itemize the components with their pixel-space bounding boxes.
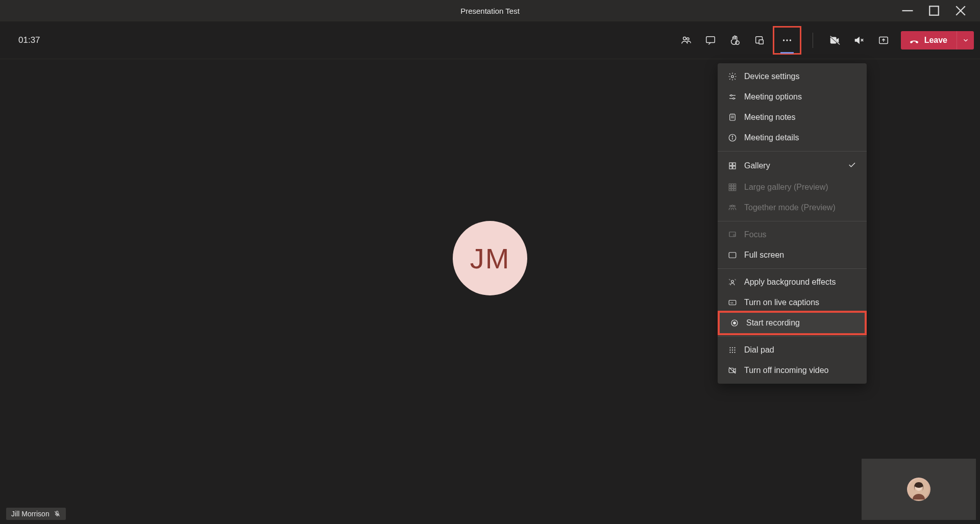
rooms-icon <box>754 35 765 46</box>
svg-point-62 <box>733 322 736 325</box>
menu-device-settings[interactable]: Device settings <box>718 66 867 87</box>
svg-point-55 <box>731 280 734 283</box>
menu-label: Meeting options <box>744 92 802 102</box>
mic-toggle-button[interactable] <box>847 28 871 53</box>
fullscreen-icon <box>728 251 737 260</box>
svg-rect-37 <box>733 163 736 165</box>
menu-turn-off-incoming-video[interactable]: Turn off incoming video <box>718 360 867 381</box>
svg-point-50 <box>732 205 733 207</box>
camera-toggle-button[interactable] <box>822 28 847 53</box>
close-button[interactable] <box>953 4 968 18</box>
reactions-button[interactable] <box>723 28 747 53</box>
menu-label: Start recording <box>746 318 800 328</box>
menu-dial-pad[interactable]: Dial pad <box>718 340 867 360</box>
leave-button-group: Leave <box>901 31 974 49</box>
svg-rect-6 <box>706 36 715 42</box>
incoming-video-off-icon <box>728 366 737 375</box>
together-icon <box>728 203 737 212</box>
chat-button[interactable] <box>698 28 723 53</box>
svg-point-71 <box>734 352 735 353</box>
svg-point-35 <box>732 136 733 137</box>
avatar-initials: JM <box>470 242 510 275</box>
svg-text:cc: cc <box>730 301 733 304</box>
svg-point-70 <box>732 352 733 353</box>
svg-point-67 <box>732 350 733 351</box>
self-view-thumbnail[interactable] <box>862 459 976 520</box>
svg-line-56 <box>729 279 730 280</box>
more-actions-button[interactable] <box>773 26 801 55</box>
menu-divider <box>718 151 867 152</box>
maximize-icon <box>927 4 941 18</box>
dialpad-icon <box>728 345 737 355</box>
menu-background-effects[interactable]: Apply background effects <box>718 272 867 292</box>
rooms-button[interactable] <box>747 28 772 53</box>
captions-icon: cc <box>728 298 737 307</box>
menu-label: Turn off incoming video <box>744 366 828 375</box>
menu-label: Dial pad <box>744 345 774 355</box>
active-indicator <box>780 52 794 54</box>
svg-point-69 <box>729 352 730 353</box>
menu-live-captions[interactable]: cc Turn on live captions <box>718 292 867 313</box>
leave-options-button[interactable] <box>957 31 974 49</box>
menu-label: Apply background effects <box>744 278 836 287</box>
menu-meeting-notes[interactable]: Meeting notes <box>718 107 867 128</box>
svg-rect-48 <box>734 189 736 191</box>
svg-rect-44 <box>731 186 733 188</box>
svg-point-65 <box>734 347 735 348</box>
svg-rect-9 <box>759 40 763 44</box>
minimize-icon <box>900 4 915 18</box>
menu-large-gallery: Large gallery (Preview) <box>718 177 867 197</box>
svg-point-51 <box>733 206 735 207</box>
menu-label: Large gallery (Preview) <box>744 183 828 192</box>
grid-icon <box>728 161 737 170</box>
window-title: Presentation Test <box>460 7 520 15</box>
window-controls <box>900 0 977 21</box>
menu-gallery[interactable]: Gallery <box>718 155 867 177</box>
participant-avatar: JM <box>453 221 527 295</box>
participant-name-tag: Jill Morrison <box>6 508 66 520</box>
menu-full-screen[interactable]: Full screen <box>718 245 867 265</box>
menu-label: Device settings <box>744 72 800 81</box>
notes-icon <box>728 113 737 122</box>
svg-point-66 <box>729 350 730 351</box>
svg-point-64 <box>732 347 733 348</box>
menu-label: Full screen <box>744 251 784 260</box>
menu-divider <box>718 268 867 269</box>
person-photo-icon <box>909 479 929 500</box>
toolbar-divider <box>813 33 813 48</box>
menu-start-recording[interactable]: Start recording <box>718 311 867 335</box>
background-icon <box>728 278 737 287</box>
svg-point-5 <box>687 37 689 40</box>
svg-point-68 <box>734 350 735 351</box>
check-icon <box>847 160 856 171</box>
minimize-button[interactable] <box>900 4 915 18</box>
menu-meeting-details[interactable]: Meeting details <box>718 128 867 148</box>
self-avatar <box>907 478 930 501</box>
svg-point-10 <box>783 39 785 41</box>
leave-button[interactable]: Leave <box>901 35 957 45</box>
share-button[interactable] <box>871 28 896 53</box>
participants-button[interactable] <box>674 28 698 53</box>
svg-rect-53 <box>733 234 736 236</box>
svg-line-57 <box>735 279 736 280</box>
record-icon <box>730 318 739 328</box>
menu-meeting-options[interactable]: Meeting options <box>718 87 867 107</box>
svg-rect-41 <box>731 184 733 186</box>
close-icon <box>953 4 968 18</box>
info-icon <box>728 133 737 142</box>
menu-focus: Focus <box>718 224 867 245</box>
svg-rect-47 <box>731 189 733 191</box>
grid-large-icon <box>728 183 737 192</box>
svg-rect-1 <box>929 6 939 15</box>
gear-icon <box>728 72 737 81</box>
svg-rect-42 <box>734 184 736 186</box>
sliders-icon <box>728 92 737 102</box>
svg-rect-54 <box>729 253 736 258</box>
more-actions-menu: Device settings Meeting options Meeting … <box>718 63 867 384</box>
svg-rect-39 <box>733 166 736 169</box>
maximize-button[interactable] <box>927 4 941 18</box>
ellipsis-icon <box>781 35 793 46</box>
menu-label: Turn on live captions <box>744 298 819 307</box>
menu-label: Meeting notes <box>744 113 796 122</box>
svg-point-49 <box>730 206 731 207</box>
